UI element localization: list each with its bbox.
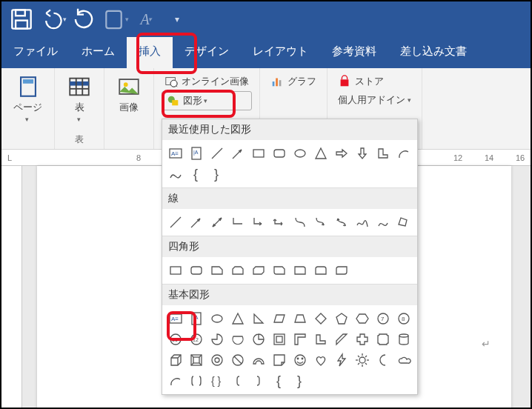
shape-vertical-text-box[interactable]: |A [186,143,207,164]
shape-triangle[interactable] [310,143,331,164]
shape-sun[interactable] [352,350,373,370]
page-button[interactable]: ページ ▾ [9,73,47,124]
personal-addin-button[interactable]: 個人用アドイン ▾ [335,91,414,109]
shape-curved-conn[interactable] [290,212,310,233]
shape-oval[interactable] [290,143,310,164]
shape-curved-arrow[interactable] [310,212,331,233]
shape-cross[interactable] [352,329,373,350]
shape-text-box2[interactable]: A≡ [165,308,186,329]
shape-rectangle[interactable] [248,143,269,164]
shape-rounded-rect[interactable] [269,143,290,164]
touch-mode-button[interactable]: ▾ [101,7,129,32]
tab-file[interactable]: ファイル [1,37,70,68]
shape-diag-stripe[interactable] [331,329,352,350]
shape-dodecagon[interactable]: 12 [186,329,207,350]
shape-moon[interactable] [373,350,393,370]
shape-down-arrow[interactable] [352,143,373,164]
shape-teardrop[interactable] [248,329,269,350]
shape-right-brace[interactable]: } [207,164,227,184]
shape-cube[interactable] [165,350,186,370]
shape-plaque[interactable] [373,329,393,350]
shape-heart[interactable] [310,350,331,370]
shape-cloud[interactable] [393,350,414,370]
shape-trapezoid[interactable] [290,308,310,329]
shapes-button[interactable]: 図形 ▾ [162,91,252,110]
shape-pie[interactable] [207,329,227,350]
shape-hexagon[interactable] [352,308,373,329]
shape-heptagon[interactable]: 7 [373,308,393,329]
shape-octagon[interactable]: 8 [393,308,414,329]
shape-pentagon[interactable] [331,308,352,329]
shape-round-rect[interactable] [186,260,207,281]
tab-insert[interactable]: 挿入 [127,37,173,68]
repeat-button[interactable] [70,7,98,32]
shape-left-brace[interactable]: { [186,164,207,184]
shape-block-arc[interactable] [248,350,269,370]
save-button[interactable] [7,7,36,32]
shape-snipround[interactable] [269,260,290,281]
shape-parallelogram[interactable] [269,308,290,329]
shape-snip2diag[interactable] [248,260,269,281]
store-button[interactable]: ストア [335,73,414,90]
shape-elbow[interactable] [227,212,248,233]
shape-double-brace[interactable]: { } [207,370,227,391]
shape-round1[interactable] [290,260,310,281]
tab-home[interactable]: ホーム [70,37,127,68]
customize-qat-button[interactable]: ▾ [163,7,191,32]
shape-freeform-open[interactable] [373,212,393,233]
shape-double-arrow[interactable] [207,212,227,233]
shape-double-bracket[interactable] [186,370,207,391]
shape-text-box[interactable]: A≡ [165,143,186,164]
shape-lightning[interactable] [331,350,352,370]
shape-arc[interactable] [393,143,414,164]
shape-diamond[interactable] [310,308,331,329]
shape-bevel[interactable] [186,350,207,370]
shape-can[interactable] [393,329,414,350]
shape-frame[interactable] [269,329,290,350]
shape-iso-tri[interactable] [227,308,248,329]
tab-layout[interactable]: レイアウト [241,37,320,68]
shape-elbow-arrow[interactable] [248,212,269,233]
shape-left-bracket[interactable] [227,370,248,391]
shape-decagon[interactable]: 10 [165,329,186,350]
online-image-button[interactable]: オンライン画像 [162,73,252,90]
shape-right-bracket[interactable] [248,370,269,391]
tab-mailings[interactable]: 差し込み文書 [388,37,479,68]
shape-line2[interactable] [165,212,186,233]
shape-elbow-double[interactable] [269,212,290,233]
shape-line[interactable] [207,143,227,164]
shape-line-arrow[interactable] [227,143,248,164]
shape-line-arrow2[interactable] [186,212,207,233]
tab-design[interactable]: デザイン [173,37,241,68]
shape-right-arrow[interactable] [331,143,352,164]
shape-curve[interactable] [165,164,186,184]
shape-folded-corner[interactable] [269,350,290,370]
shape-scribble[interactable] [352,212,373,233]
shape-snip1[interactable] [207,260,227,281]
shape-right-brace2[interactable]: } [290,370,310,391]
shape-left-brace2[interactable]: { [269,370,290,391]
shape-snip2same[interactable] [227,260,248,281]
chart-button[interactable]: グラフ [267,73,319,90]
shape-lshape2[interactable] [310,329,331,350]
tab-references[interactable]: 参考資料 [320,37,388,68]
shape-curved-double[interactable] [331,212,352,233]
table-button[interactable]: 表 ▾ [62,73,96,124]
vertical-ruler[interactable] [1,166,22,409]
shape-rect[interactable] [165,260,186,281]
shape-vtext-box2[interactable]: |A [186,308,207,329]
shape-smiley[interactable] [290,350,310,370]
shape-freeform[interactable] [393,212,414,233]
image-button[interactable]: 画像 [112,73,146,116]
undo-button[interactable]: ▾ [39,7,67,32]
shape-no-symbol[interactable] [227,350,248,370]
shape-oval2[interactable] [207,308,227,329]
shape-chord[interactable] [227,329,248,350]
shape-arc2[interactable] [165,370,186,391]
font-shortcut-button[interactable]: A▾ [132,7,160,32]
shape-round2diag[interactable] [331,260,352,281]
shape-donut[interactable] [207,350,227,370]
shape-l-shape[interactable] [373,143,393,164]
shape-half-frame[interactable] [290,329,310,350]
shape-round2same[interactable] [310,260,331,281]
